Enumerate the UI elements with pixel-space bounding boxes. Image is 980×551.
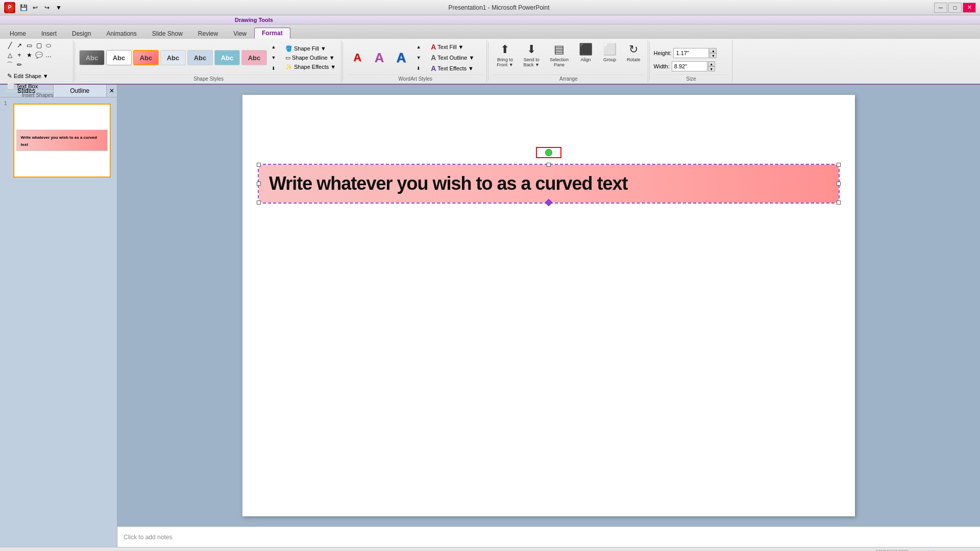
wordart-styles-list: A A A: [347, 48, 411, 67]
send-to-back-icon: ⬇: [527, 43, 536, 56]
text-box-btn[interactable]: ⬜ Text Box: [5, 82, 51, 91]
notes-area[interactable]: Click to add notes: [117, 527, 980, 547]
tab-slideshow[interactable]: Slide Show: [144, 28, 190, 39]
save-quick-btn[interactable]: 💾: [18, 3, 29, 13]
shape-line[interactable]: ╱: [5, 41, 14, 50]
selection-pane-btn[interactable]: ▤ SelectionPane: [546, 41, 573, 69]
wordart-down[interactable]: ▼: [413, 53, 424, 63]
height-input[interactable]: [673, 48, 709, 58]
handle-top-center[interactable]: [547, 163, 551, 167]
edit-shape-btn[interactable]: ✎ Edit Shape ▼: [5, 71, 51, 81]
slide-area: Write whatever you wish to as a curved t…: [117, 85, 980, 527]
shape-style-3[interactable]: Abc: [133, 50, 159, 65]
text-outline-dropdown: ▼: [469, 55, 474, 61]
handle-top-right[interactable]: [837, 163, 841, 167]
sidebar: Slides Outline ✕ 1 Write whatever you wi…: [0, 85, 117, 547]
shape-arrow[interactable]: ↗: [15, 41, 24, 50]
text-box-label: Text Box: [16, 83, 38, 89]
align-btn[interactable]: ⬛ Align: [575, 41, 597, 64]
rotate-btn[interactable]: ↻ Rotate: [623, 41, 645, 64]
notes-placeholder: Click to add notes: [124, 534, 172, 541]
maximize-btn[interactable]: □: [948, 3, 962, 13]
slide-textbox[interactable]: Write whatever you wish to as a curved t…: [258, 164, 840, 204]
tab-insert[interactable]: Insert: [34, 28, 64, 39]
group-btn[interactable]: ⬜ Group: [599, 41, 621, 64]
text-outline-btn[interactable]: A Text Outline ▼: [429, 53, 476, 63]
bring-to-front-label: Bring toFront ▼: [497, 57, 513, 67]
shape-oval[interactable]: ⬭: [44, 41, 53, 50]
shape-effects-btn[interactable]: ✨ Shape Effects ▼: [283, 63, 338, 71]
text-effects-btn[interactable]: A Text Effects ▼: [429, 63, 476, 73]
shape-more[interactable]: …: [44, 51, 53, 60]
width-up-btn[interactable]: ▲: [708, 61, 715, 66]
height-row: Height: ▲ ▼: [654, 48, 717, 58]
shape-style-1[interactable]: Abc: [79, 50, 105, 65]
handle-bot-right[interactable]: [837, 201, 841, 205]
wordart-more[interactable]: ⬇: [413, 63, 424, 73]
shape-callout[interactable]: 💬: [34, 51, 43, 60]
handle-mid-right[interactable]: [837, 182, 841, 186]
shape-style-7[interactable]: Abc: [241, 50, 267, 65]
bring-to-front-btn[interactable]: ⬆ Bring toFront ▼: [493, 41, 517, 69]
text-outline-label: Text Outline: [437, 55, 467, 61]
shape-rect[interactable]: ▭: [24, 41, 34, 50]
close-btn[interactable]: ✕: [963, 3, 976, 13]
shape-style-4[interactable]: Abc: [160, 50, 186, 65]
align-icon: ⬛: [579, 43, 593, 56]
shape-round-rect[interactable]: ▢: [34, 41, 43, 50]
tab-view[interactable]: View: [226, 28, 254, 39]
wordart-style-1[interactable]: A: [347, 48, 368, 67]
slide-thumb-content: Write whatever you wish to as a curved t…: [14, 105, 110, 177]
shape-freeform[interactable]: ✏: [15, 60, 24, 69]
height-label: Height:: [654, 50, 672, 56]
shape-outline-btn[interactable]: ▭ Shape Outline ▼: [283, 54, 338, 62]
slide-notes-container: Write whatever you wish to as a curved t…: [117, 85, 980, 547]
rotation-handle[interactable]: [545, 149, 552, 156]
slide-canvas[interactable]: Write whatever you wish to as a curved t…: [242, 95, 855, 516]
shape-fill-btn[interactable]: 🪣 Shape Fill ▼: [283, 44, 338, 53]
width-down-btn[interactable]: ▼: [708, 66, 715, 71]
shape-triangle[interactable]: △: [5, 51, 14, 60]
shape-style-6[interactable]: Abc: [214, 50, 240, 65]
edit-shape-label: Edit Shape: [14, 73, 41, 79]
divider-3: [488, 42, 488, 81]
send-to-back-btn[interactable]: ⬇ Send toBack ▼: [520, 41, 544, 69]
shape-curve[interactable]: ⌒: [5, 60, 14, 69]
size-inner: Height: ▲ ▼ Width: ▲: [654, 41, 729, 74]
sidebar-close-btn[interactable]: ✕: [107, 86, 117, 96]
shape-outline-icon: ▭: [285, 55, 290, 61]
text-fill-btn[interactable]: A Text Fill ▼: [429, 42, 476, 52]
tab-animations[interactable]: Animations: [99, 28, 144, 39]
redo-quick-btn[interactable]: ↪: [42, 3, 52, 13]
shape-plus[interactable]: +: [15, 51, 24, 60]
minimize-btn[interactable]: ─: [934, 3, 947, 13]
wordart-styles-label: WordArt Styles: [347, 74, 483, 82]
handle-bot-left[interactable]: [257, 201, 261, 205]
width-input[interactable]: [672, 61, 707, 71]
handle-mid-left[interactable]: [257, 182, 261, 186]
rotate-label: Rotate: [627, 57, 641, 62]
wordart-style-2[interactable]: A: [369, 48, 389, 67]
tab-design[interactable]: Design: [64, 28, 99, 39]
height-spinner: ▲ ▼: [709, 48, 717, 58]
slide-thumbnail[interactable]: Write whatever you wish to as a curved t…: [13, 104, 111, 178]
shape-styles-down[interactable]: ▼: [268, 53, 279, 63]
text-fill-icon: A: [431, 43, 436, 51]
undo-quick-btn[interactable]: ↩: [30, 3, 40, 13]
shape-style-2[interactable]: Abc: [106, 50, 132, 65]
tab-format[interactable]: Format: [254, 28, 290, 39]
height-up-btn[interactable]: ▲: [709, 48, 717, 53]
wordart-style-3[interactable]: A: [391, 48, 411, 67]
qa-dropdown-btn[interactable]: ▼: [54, 3, 64, 13]
tab-home[interactable]: Home: [2, 28, 34, 39]
tab-review[interactable]: Review: [190, 28, 226, 39]
shape-styles-up[interactable]: ▲: [268, 42, 279, 52]
shape-styles-more[interactable]: ⬇: [268, 63, 279, 73]
shape-effects-label: Shape Effects: [294, 64, 329, 70]
shape-star[interactable]: ★: [24, 51, 34, 60]
handle-top-left[interactable]: [257, 163, 261, 167]
height-down-btn[interactable]: ▼: [709, 53, 717, 58]
insert-shapes-label: Insert Shapes: [5, 91, 70, 98]
shape-style-5[interactable]: Abc: [187, 50, 213, 65]
wordart-up[interactable]: ▲: [413, 42, 424, 52]
